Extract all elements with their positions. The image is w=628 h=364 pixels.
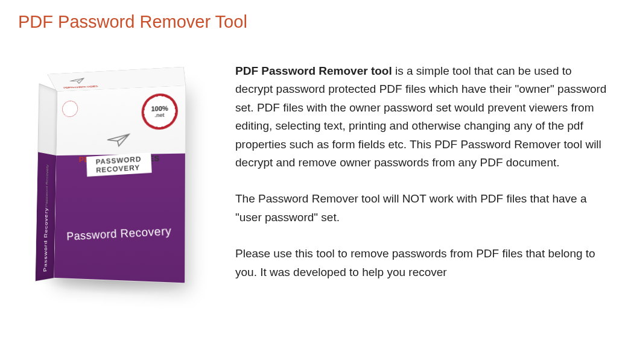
box-front-panel: 100% .net PDFTECHNOLOGIES PASSWORD RECOV… xyxy=(53,84,186,283)
main-product-label: Password Recovery xyxy=(54,224,185,244)
product-box-image: Password Recovery Password Recovery PDFT… xyxy=(18,62,217,321)
side-label-lower: Password Recovery xyxy=(43,207,48,272)
box-side-panel: Password Recovery Password Recovery xyxy=(35,83,57,281)
paragraph-2: The Password Remover tool will NOT work … xyxy=(235,190,610,227)
side-label-upper: Password Recovery xyxy=(45,165,49,207)
content-row: Password Recovery Password Recovery PDFT… xyxy=(18,62,610,321)
lead-bold: PDF Password Remover tool xyxy=(235,64,392,77)
paragraph-3: Please use this tool to remove passwords… xyxy=(235,245,610,281)
password-recovery-strip: PASSWORD RECOVERY xyxy=(86,152,151,177)
description-text: PDF Password Remover tool is a simple to… xyxy=(235,62,610,321)
hundred-percent-badge-icon: 100% .net xyxy=(141,93,178,130)
paragraph-1: PDF Password Remover tool is a simple to… xyxy=(235,62,610,172)
para1-rest: is a simple tool that can be used to dec… xyxy=(235,64,606,169)
small-badge-icon xyxy=(62,101,78,118)
page-title: PDF Password Remover Tool xyxy=(18,12,610,32)
top-brand-text: PDFTECHNOLOGIES xyxy=(63,85,98,89)
paper-plane-icon xyxy=(106,131,132,150)
badge-dotnet-label: .net xyxy=(154,112,164,119)
badge-percent: 100% xyxy=(151,105,168,113)
paper-plane-icon xyxy=(68,77,88,85)
